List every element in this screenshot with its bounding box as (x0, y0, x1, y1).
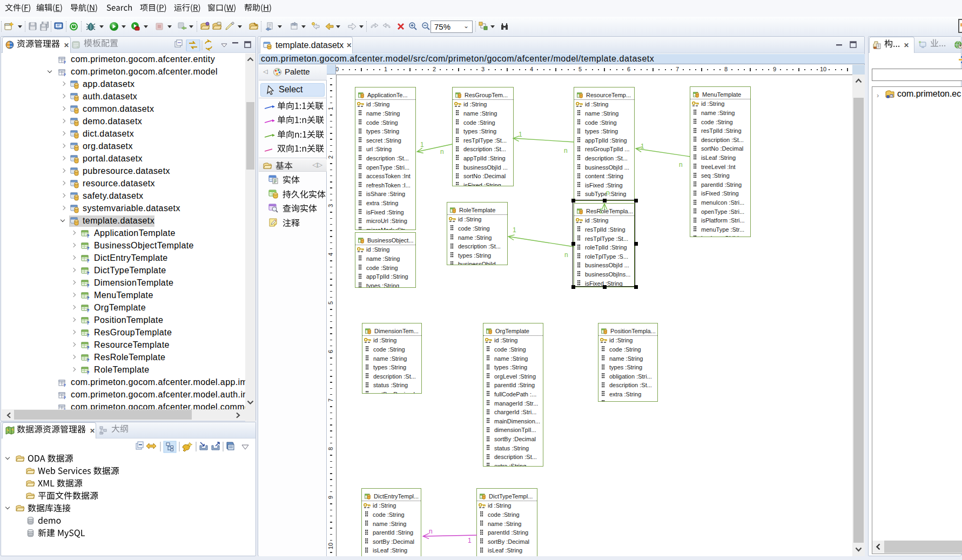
svg-text:?: ? (86, 283, 90, 288)
svg-text:?: ? (86, 320, 90, 325)
svg-text:?: ? (86, 258, 90, 263)
svg-text:1: 1 (420, 141, 424, 149)
svg-text:?: ? (86, 233, 90, 238)
svg-text:?: ? (63, 383, 66, 387)
svg-text:?: ? (86, 333, 90, 338)
svg-text:?: ? (86, 246, 90, 251)
svg-text:n: n (564, 147, 568, 154)
svg-text:?: ? (63, 60, 66, 64)
svg-text:1: 1 (641, 143, 644, 150)
svg-text:?: ? (86, 345, 90, 350)
svg-text:n: n (679, 161, 683, 168)
svg-text:n: n (429, 528, 433, 535)
svg-text:?: ? (63, 395, 66, 400)
svg-text:?: ? (86, 271, 90, 275)
svg-text:n: n (440, 148, 444, 156)
svg-text:n: n (606, 189, 610, 197)
svg-text:?: ? (86, 370, 90, 375)
svg-text:1: 1 (519, 131, 522, 138)
svg-text:?: ? (63, 72, 66, 77)
svg-text:?: ? (891, 94, 893, 98)
svg-text:?: ? (86, 308, 90, 313)
svg-text:?: ? (86, 295, 90, 300)
svg-text:n: n (564, 251, 568, 259)
svg-text:1: 1 (513, 226, 516, 234)
svg-text:1: 1 (468, 537, 472, 544)
svg-text:?: ? (86, 357, 90, 362)
